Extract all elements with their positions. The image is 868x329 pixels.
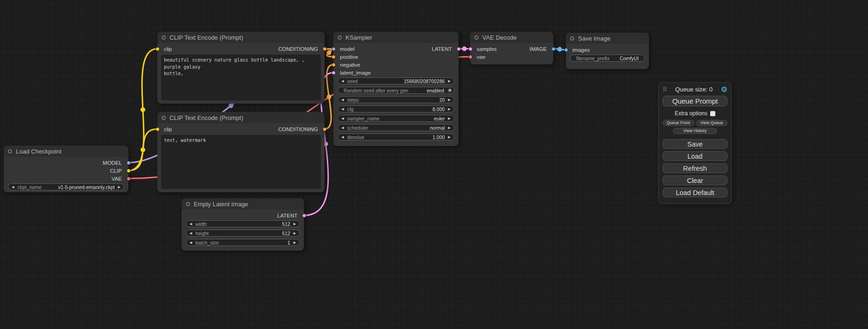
widget-batch-size[interactable]: ◀ batch_size 1 ▶	[186, 239, 300, 246]
increment-arrow-icon[interactable]: ▶	[115, 184, 124, 190]
decrement-arrow-icon[interactable]: ◀	[338, 106, 347, 112]
extra-options-checkbox[interactable]	[710, 111, 715, 116]
refresh-button[interactable]: Refresh	[663, 163, 727, 173]
widget-cfg[interactable]: ◀ cfg 8.000 ▶	[338, 105, 454, 112]
slot-label: LATENT	[277, 213, 297, 218]
increment-arrow-icon[interactable]: ▶	[445, 134, 454, 140]
queue-size-label: Queue size: 0	[667, 86, 721, 93]
widget-seed[interactable]: ◀ seed 156680208700286 ▶	[338, 77, 454, 84]
widget-sampler-name[interactable]: ◀ sampler_name euler ▶	[338, 115, 454, 122]
node-title-bar[interactable]: Empty Latent Image	[182, 198, 304, 210]
decrement-arrow-icon[interactable]: ◀	[186, 230, 195, 236]
decrement-arrow-icon[interactable]: ◀	[338, 78, 347, 84]
link-dot-clip-positive	[141, 107, 145, 112]
drag-handle-icon[interactable]: ⠿	[663, 86, 667, 93]
queue-prompt-button[interactable]: Queue Prompt	[663, 96, 727, 106]
settings-gear-icon[interactable]: ⚙	[721, 86, 727, 93]
load-button[interactable]: Load	[663, 151, 727, 161]
prompt-textarea[interactable]: beautiful scenery nature glass bottle la…	[161, 55, 321, 100]
decrement-arrow-icon[interactable]: ◀	[338, 115, 347, 121]
decrement-arrow-icon[interactable]: ◀	[338, 97, 347, 103]
node-graph-canvas[interactable]: Load Checkpoint MODEL CLIP VAE ◀ ckpt_na…	[0, 0, 868, 329]
increment-arrow-icon[interactable]: ▶	[445, 125, 454, 131]
latent-output-dot[interactable]	[302, 213, 306, 217]
node-title-bar[interactable]: CLIP Text Encode (Prompt)	[157, 32, 325, 43]
prompt-textarea[interactable]: text, watermark	[161, 135, 321, 189]
slot-label: VAE	[112, 176, 122, 182]
node-title-bar[interactable]: VAE Decode	[470, 32, 553, 43]
positive-input-dot[interactable]	[332, 55, 336, 59]
collapse-dot[interactable]	[186, 202, 190, 206]
increment-arrow-icon[interactable]: ▶	[445, 78, 454, 84]
link-dot-positive	[327, 50, 332, 55]
decrement-arrow-icon[interactable]: ◀	[338, 134, 347, 140]
increment-arrow-icon[interactable]: ▶	[290, 230, 299, 236]
clip-input-dot[interactable]	[155, 127, 160, 131]
decrement-arrow-icon[interactable]: ◀	[186, 239, 195, 245]
widget-steps[interactable]: ◀ steps 20 ▶	[338, 96, 454, 103]
increment-arrow-icon[interactable]: ▶	[290, 239, 299, 245]
slot-label: CLIP	[110, 168, 122, 174]
node-title: Save Image	[578, 35, 610, 42]
node-title-bar[interactable]: Save Image	[566, 33, 649, 44]
increment-arrow-icon[interactable]: ▶	[445, 106, 454, 112]
node-title-bar[interactable]: Load Checkpoint	[4, 146, 128, 157]
widget-scheduler[interactable]: ◀ scheduler normal ▶	[338, 124, 454, 131]
widget-height[interactable]: ◀ height 512 ▶	[186, 230, 300, 237]
widget-random-seed-toggle[interactable]: Random seed after every gen enabled	[338, 87, 454, 94]
collapse-dot[interactable]	[338, 35, 342, 40]
increment-arrow-icon[interactable]: ▶	[445, 97, 454, 103]
decrement-arrow-icon[interactable]: ◀	[338, 125, 347, 131]
samples-input-dot[interactable]	[468, 47, 473, 51]
negative-input-dot[interactable]	[332, 63, 336, 67]
collapse-dot[interactable]	[162, 35, 166, 40]
images-input-dot[interactable]	[564, 48, 568, 52]
widget-denoise[interactable]: ◀ denoise 1.000 ▶	[338, 133, 454, 140]
node-load-checkpoint[interactable]: Load Checkpoint MODEL CLIP VAE ◀ ckpt_na…	[4, 146, 128, 192]
widget-name: scheduler	[347, 125, 368, 131]
decrement-arrow-icon[interactable]: ◀	[186, 221, 195, 227]
node-title-bar[interactable]: CLIP Text Encode (Prompt)	[157, 112, 325, 123]
latent-image-input-dot[interactable]	[332, 70, 336, 75]
widget-width[interactable]: ◀ width 512 ▶	[186, 220, 300, 227]
view-queue-button[interactable]: View Queue	[696, 120, 728, 126]
decrement-arrow-icon[interactable]: ◀	[8, 184, 17, 190]
node-title: VAE Decode	[482, 34, 516, 41]
collapse-dot[interactable]	[570, 36, 574, 41]
node-title-bar[interactable]: KSampler	[333, 32, 459, 43]
clip-input-dot[interactable]	[155, 47, 160, 51]
node-empty-latent-image[interactable]: Empty Latent Image LATENT ◀ width 512 ▶ …	[182, 198, 304, 251]
link-clip-positive	[128, 49, 157, 171]
widget-ckpt-name[interactable]: ◀ ckpt_name v1-5-pruned-emaonly.ckpt ▶	[8, 183, 124, 190]
collapse-dot[interactable]	[8, 149, 12, 154]
conditioning-output-dot[interactable]	[323, 47, 327, 51]
save-button[interactable]: Save	[663, 139, 727, 149]
collapse-dot[interactable]	[474, 35, 479, 40]
toggle-indicator-dot[interactable]	[448, 88, 452, 92]
vae-input-dot[interactable]	[468, 55, 473, 59]
clip-output-dot[interactable]	[127, 168, 131, 173]
extra-options-label: Extra options	[675, 110, 707, 117]
increment-arrow-icon[interactable]: ▶	[290, 221, 299, 227]
node-clip-text-encode-negative[interactable]: CLIP Text Encode (Prompt) clip CONDITION…	[157, 112, 325, 192]
collapse-dot[interactable]	[162, 116, 166, 120]
widget-value: 156680208700286	[404, 78, 445, 84]
conditioning-output-dot[interactable]	[323, 127, 327, 131]
node-vae-decode[interactable]: VAE Decode samples IMAGE vae	[470, 32, 553, 64]
queue-front-button[interactable]: Queue Front	[663, 120, 694, 126]
model-input-dot[interactable]	[332, 47, 336, 51]
image-output-dot[interactable]	[551, 47, 556, 51]
node-ksampler[interactable]: KSampler model LATENT positive negative …	[333, 32, 459, 146]
slot-label: IMAGE	[529, 46, 547, 52]
load-default-button[interactable]: Load Default	[663, 188, 727, 197]
vae-output-dot[interactable]	[127, 176, 131, 181]
widget-name: steps	[347, 97, 359, 103]
widget-filename-prefix[interactable]: filename_prefix ComfyUI	[570, 55, 645, 62]
latent-output-dot[interactable]	[457, 47, 461, 51]
view-history-button[interactable]: View History	[673, 128, 717, 134]
clear-button[interactable]: Clear	[663, 175, 727, 185]
increment-arrow-icon[interactable]: ▶	[445, 115, 454, 121]
model-output-dot[interactable]	[127, 161, 131, 165]
node-clip-text-encode-positive[interactable]: CLIP Text Encode (Prompt) clip CONDITION…	[157, 32, 325, 104]
node-save-image[interactable]: Save Image images filename_prefix ComfyU…	[566, 33, 649, 69]
